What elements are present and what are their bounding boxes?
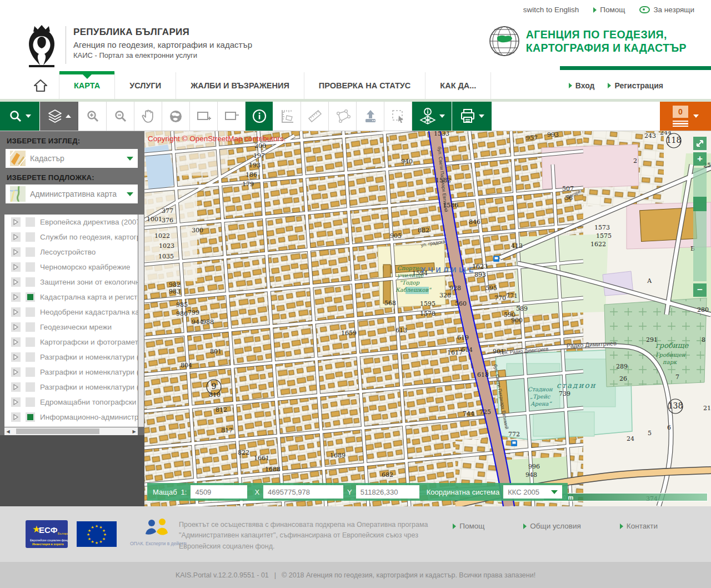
chevron-right-icon [453, 524, 456, 529]
svg-text:744: 744 [463, 410, 474, 417]
hscroll-thumb[interactable] [16, 428, 99, 434]
zoom-slider-thumb[interactable] [693, 197, 707, 211]
home-button[interactable] [22, 72, 59, 99]
search-icon [9, 109, 22, 123]
zoom-in-button[interactable] [79, 102, 107, 131]
layer-checkbox[interactable] [26, 382, 35, 392]
expand-arrow-icon[interactable] [11, 337, 21, 347]
layer-checkbox[interactable] [26, 412, 35, 422]
layer-checkbox[interactable] [26, 277, 35, 287]
full-extent-button[interactable] [693, 137, 707, 150]
pan-button[interactable] [134, 102, 162, 131]
expand-arrow-icon[interactable] [11, 397, 21, 407]
expand-arrow-icon[interactable] [11, 217, 21, 227]
footer-help-link[interactable]: Помощ [453, 522, 484, 530]
base-map-select[interactable]: Административна карта [6, 185, 138, 203]
crs-label: Координатна система [427, 488, 499, 496]
expand-arrow-icon[interactable] [11, 307, 21, 317]
layer-checkbox[interactable] [26, 217, 35, 227]
expand-arrow-icon[interactable] [11, 247, 21, 257]
nav-tab-3[interactable]: ПРОВЕРКА НА СТАТУС [304, 72, 425, 99]
map-viewport[interactable]: 9939572432442252001971931861793009401533… [144, 131, 711, 506]
svg-text:243: 243 [644, 132, 656, 139]
crs-select[interactable]: ККС 2005 [503, 485, 562, 499]
search-tool-button[interactable] [0, 102, 40, 131]
layer-list-hscrollbar[interactable]: ◀ ▶ [4, 427, 138, 435]
layer-checkbox[interactable] [26, 337, 35, 347]
agency-logo: АГЕНЦИЯ ПО ГЕОДЕЗИЯ, КАРТОГРАФИЯ И КАДАС… [488, 25, 687, 57]
layers-tool-button[interactable] [40, 102, 79, 131]
layer-checkbox[interactable] [26, 292, 35, 302]
svg-text:★: ★ [95, 541, 98, 545]
view-select-label: ИЗБЕРЕТЕ ИЗГЛЕД: [7, 137, 80, 145]
register-link[interactable]: Регистрация [608, 81, 663, 90]
globe-button[interactable] [162, 102, 190, 131]
footer-terms-link[interactable]: Общи условия [523, 522, 581, 530]
layer-checkbox[interactable] [26, 397, 35, 407]
nav-tab-2[interactable]: ЖАЛБИ И ВЪЗРАЖЕНИЯ [176, 72, 304, 99]
svg-text:179: 179 [242, 181, 254, 188]
expand-arrow-icon[interactable] [11, 367, 21, 377]
measure-distance-button[interactable] [301, 102, 329, 131]
zoom-out-button[interactable] [107, 102, 134, 131]
zoom-rect-out-button[interactable] [218, 102, 246, 131]
scroll-left-arrow[interactable]: ◀ [4, 427, 12, 435]
layer-checkbox[interactable] [26, 247, 35, 257]
expand-arrow-icon[interactable] [11, 382, 21, 392]
zoom-rect-in-button[interactable] [190, 102, 218, 131]
view-select[interactable]: Кадастър [6, 149, 138, 168]
layer-checkbox[interactable] [26, 232, 35, 242]
info-button[interactable] [246, 102, 273, 131]
expand-arrow-icon[interactable] [11, 277, 21, 287]
expand-arrow-icon[interactable] [11, 292, 21, 302]
svg-text:595: 595 [485, 285, 497, 292]
expand-arrow-icon[interactable] [11, 322, 21, 332]
layer-row: Разграфки и номенклатури (БГ [4, 380, 138, 395]
login-link[interactable]: Вход [569, 81, 595, 90]
expand-arrow-icon[interactable] [11, 412, 21, 422]
measure-area-button[interactable] [273, 102, 301, 131]
portal-subtitle: КАИС - Портал за електронни услуги [73, 51, 252, 59]
svg-text:377: 377 [162, 207, 173, 215]
upload-button[interactable] [357, 102, 384, 131]
expand-arrow-icon[interactable] [11, 352, 21, 362]
select-region-button[interactable] [384, 102, 412, 131]
layer-checkbox[interactable] [26, 367, 35, 377]
layer-checkbox[interactable] [26, 307, 35, 317]
layer-checkbox[interactable] [26, 262, 35, 272]
toolbar-spacer [492, 102, 660, 131]
project-description: Проектът се осъществява с финансовата по… [179, 520, 440, 552]
footer-contacts-link[interactable]: Контакти [620, 522, 658, 530]
scale-input[interactable] [191, 485, 247, 499]
switch-language-link[interactable]: switch to English [523, 6, 579, 14]
layer-label: Разграфки и номенклатури (БГ [40, 383, 138, 391]
expand-arrow-icon[interactable] [11, 262, 21, 272]
help-link[interactable]: Помощ [593, 6, 625, 14]
chevron-down-icon [127, 157, 133, 161]
x-coordinate-input[interactable] [263, 485, 343, 499]
zoom-slider-track[interactable] [693, 168, 707, 281]
expand-arrow-icon[interactable] [11, 232, 21, 242]
upload-icon [363, 109, 378, 123]
svg-text:★: ★ [87, 532, 90, 537]
layers-info-button[interactable] [412, 102, 452, 131]
draw-polygon-button[interactable] [329, 102, 357, 131]
print-button[interactable] [452, 102, 492, 131]
svg-text:1001: 1001 [147, 216, 162, 223]
layer-list-vscrollbar[interactable] [138, 215, 144, 427]
scroll-right-arrow[interactable]: ▶ [131, 427, 138, 435]
y-coordinate-input[interactable] [356, 485, 419, 499]
zoom-out-map-button[interactable]: − [693, 283, 707, 297]
layer-checkbox[interactable] [26, 322, 35, 332]
orders-icon: 0 [672, 106, 689, 127]
nav-tab-4[interactable]: КАК ДА... [425, 72, 491, 99]
header-divider [66, 26, 66, 64]
layer-checkbox[interactable] [26, 352, 35, 362]
accessibility-link[interactable]: За незрящи [639, 6, 694, 14]
orders-cart-button[interactable]: 0 [660, 102, 711, 131]
svg-text:817: 817 [221, 427, 233, 434]
zoom-in-map-button[interactable]: + [693, 152, 707, 166]
layer-label: Европейска директива (2007/2 [40, 218, 138, 226]
nav-tab-1[interactable]: УСЛУГИ [115, 72, 176, 99]
nav-tab-0[interactable]: КАРТА [59, 72, 115, 99]
